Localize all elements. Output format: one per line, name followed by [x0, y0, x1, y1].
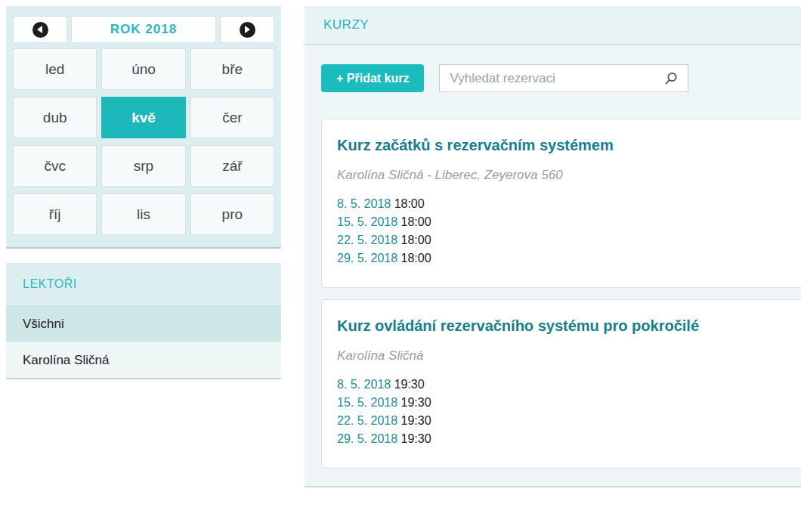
session-line: 15. 5. 2018 18:00 — [337, 213, 801, 231]
lecturers-panel: LEKTOŘI VšichniKarolína Sličná — [6, 263, 281, 379]
session-time: 19:30 — [401, 432, 431, 445]
course-card: Kurz ovládání rezervačního systému pro p… — [321, 299, 801, 469]
month-button-dub[interactable]: dub — [13, 97, 97, 138]
magnifier-icon[interactable] — [663, 71, 679, 86]
month-button-led[interactable]: led — [13, 48, 97, 90]
month-button-čer[interactable]: čer — [190, 97, 274, 138]
year-navigation: ROK 2018 — [13, 16, 274, 43]
session-date-link[interactable]: 15. 5. 2018 — [337, 396, 397, 409]
arrow-right-icon — [240, 22, 255, 38]
session-list: 8. 5. 2018 19:3015. 5. 2018 19:3022. 5. … — [337, 376, 801, 448]
course-title[interactable]: Kurz začátků s rezervačním systémem — [337, 136, 801, 154]
session-date-link[interactable]: 8. 5. 2018 — [337, 197, 391, 210]
session-line: 22. 5. 2018 18:00 — [337, 231, 801, 249]
session-date-link[interactable]: 29. 5. 2018 — [337, 432, 397, 445]
course-subtitle: Karolína Sličná - Liberec, Zeyerova 560 — [337, 168, 801, 183]
session-line: 8. 5. 2018 19:30 — [337, 376, 801, 394]
course-card: Kurz začátků s rezervačním systémemKarol… — [321, 119, 801, 288]
year-label-button[interactable]: ROK 2018 — [71, 16, 216, 43]
session-list: 8. 5. 2018 18:0015. 5. 2018 18:0022. 5. … — [337, 195, 801, 268]
month-button-úno[interactable]: úno — [101, 48, 185, 90]
month-button-pro[interactable]: pro — [190, 193, 274, 235]
session-time: 18:00 — [401, 252, 431, 264]
month-button-zář[interactable]: zář — [190, 145, 274, 187]
search-box — [439, 64, 688, 92]
session-time: 18:00 — [401, 215, 431, 228]
session-date-link[interactable]: 22. 5. 2018 — [337, 414, 397, 427]
arrow-left-icon — [32, 22, 48, 38]
courses-body: + Přidat kurz Kurz začátků s rezervačním… — [305, 45, 801, 487]
session-line: 29. 5. 2018 19:30 — [337, 430, 801, 448]
lecturers-list: VšichniKarolína Sličná — [6, 305, 281, 378]
session-time: 18:00 — [394, 197, 425, 210]
course-subtitle: Karolína Sličná — [337, 348, 801, 363]
month-button-lis[interactable]: lis — [101, 193, 185, 235]
next-year-button[interactable] — [220, 16, 274, 43]
month-button-bře[interactable]: bře — [190, 48, 274, 90]
lecturer-item-all[interactable]: Všichni — [6, 305, 281, 342]
course-title[interactable]: Kurz ovládání rezervačního systému pro p… — [337, 317, 801, 335]
session-line: 8. 5. 2018 18:00 — [337, 195, 801, 213]
month-button-čvc[interactable]: čvc — [13, 145, 97, 187]
month-button-říj[interactable]: říj — [13, 193, 97, 235]
session-date-link[interactable]: 22. 5. 2018 — [337, 234, 397, 246]
session-line: 15. 5. 2018 19:30 — [337, 394, 801, 412]
search-input[interactable] — [440, 71, 663, 86]
session-time: 19:30 — [401, 414, 431, 427]
courses-panel: KURZY + Přidat kurz Kurz začátků s rezer… — [305, 6, 801, 487]
session-line: 22. 5. 2018 19:30 — [337, 412, 801, 430]
month-picker-panel: ROK 2018 ledúnobředubkvěčerčvcsrpzářříjl… — [6, 6, 281, 249]
add-course-button[interactable]: + Přidat kurz — [321, 64, 424, 92]
courses-toolbar: + Přidat kurz — [321, 64, 801, 92]
session-date-link[interactable]: 29. 5. 2018 — [337, 252, 397, 264]
session-time: 19:30 — [394, 378, 425, 391]
session-time: 19:30 — [401, 396, 431, 409]
session-date-link[interactable]: 8. 5. 2018 — [337, 378, 391, 391]
prev-year-button[interactable] — [13, 16, 67, 43]
session-time: 18:00 — [401, 234, 431, 246]
month-grid: ledúnobředubkvěčerčvcsrpzářříjlispro — [13, 48, 274, 235]
lecturers-title: LEKTOŘI — [6, 263, 281, 305]
course-cards: Kurz začátků s rezervačním systémemKarol… — [321, 119, 801, 469]
month-button-srp[interactable]: srp — [101, 145, 185, 187]
month-button-kvě[interactable]: kvě — [101, 97, 185, 138]
session-line: 29. 5. 2018 18:00 — [337, 249, 801, 268]
lecturer-item-1[interactable]: Karolína Sličná — [6, 342, 281, 378]
courses-title: KURZY — [305, 6, 801, 45]
session-date-link[interactable]: 15. 5. 2018 — [337, 215, 397, 228]
